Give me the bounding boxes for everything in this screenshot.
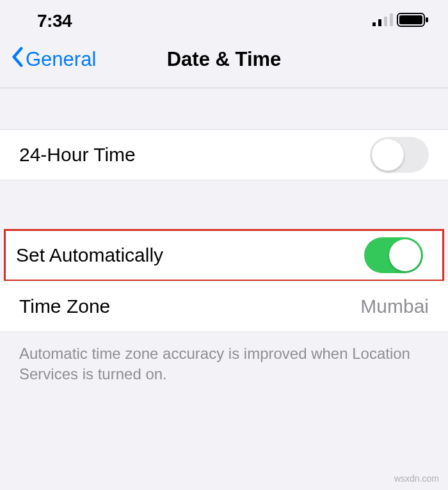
chevron-left-icon: [10, 47, 24, 72]
watermark: wsxdn.com: [394, 473, 439, 484]
row-set-automatically: Set Automatically: [12, 233, 436, 278]
back-button[interactable]: General: [10, 47, 96, 72]
status-time: 7:34: [37, 11, 72, 31]
battery-icon: [397, 13, 429, 29]
page-title: Date & Time: [167, 48, 282, 71]
row-label: Time Zone: [19, 296, 110, 317]
footer-note: Automatic time zone accuracy is improved…: [0, 332, 448, 385]
svg-rect-6: [426, 17, 428, 22]
navigation-bar: General Date & Time: [0, 37, 448, 88]
svg-rect-3: [390, 13, 393, 26]
row-label: Set Automatically: [16, 244, 163, 266]
svg-rect-0: [372, 22, 376, 26]
svg-rect-1: [378, 19, 381, 26]
time-zone-value: Mumbai: [360, 296, 429, 317]
svg-rect-2: [384, 17, 387, 26]
row-24-hour-time: 24-Hour Time: [0, 129, 448, 180]
row-label: 24-Hour Time: [19, 144, 136, 166]
toggle-set-automatically[interactable]: [364, 237, 423, 273]
status-bar: 7:34: [0, 0, 448, 37]
back-label: General: [26, 48, 96, 71]
cellular-icon: [372, 13, 393, 29]
row-set-automatically-highlight: Set Automatically: [4, 229, 444, 281]
toggle-24-hour-time[interactable]: [370, 137, 429, 173]
row-time-zone[interactable]: Time Zone Mumbai: [0, 281, 448, 332]
svg-rect-5: [399, 15, 422, 24]
status-indicators: [372, 13, 429, 29]
